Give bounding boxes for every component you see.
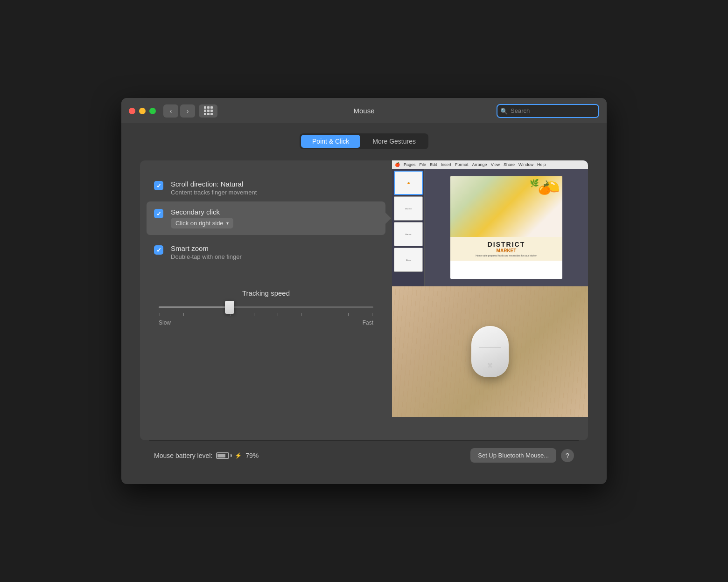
tick bbox=[278, 313, 278, 316]
battery-label: Mouse battery level: bbox=[154, 452, 212, 459]
menu-help: Help bbox=[537, 162, 546, 167]
secondary-click-checkbox[interactable]: ✓ bbox=[154, 209, 163, 218]
traffic-lights bbox=[129, 108, 156, 114]
menu-window: Window bbox=[518, 162, 533, 167]
bluetooth-setup-button[interactable]: Set Up Bluetooth Mouse... bbox=[470, 448, 556, 463]
scroll-direction-description: Content tracks finger movement bbox=[171, 189, 257, 196]
settings-panel: ✓ Scroll direction: Natural Content trac… bbox=[140, 160, 392, 440]
menu-apple: 🍎 bbox=[395, 162, 400, 167]
chevron-down-icon: ▾ bbox=[226, 221, 229, 226]
tick bbox=[183, 313, 184, 316]
page-thumb-content-2: District bbox=[394, 197, 422, 220]
tab-more-gestures[interactable]: More Gestures bbox=[361, 135, 427, 148]
page-thumb-2: District bbox=[394, 196, 423, 221]
smart-zoom-description: Double-tap with one finger bbox=[171, 253, 242, 260]
slider-thumb[interactable] bbox=[225, 301, 234, 314]
tick bbox=[207, 313, 207, 316]
dropdown-value: Click on right side bbox=[175, 220, 224, 227]
battery-fill bbox=[217, 454, 225, 457]
grid-view-button[interactable] bbox=[199, 104, 217, 118]
maximize-button[interactable] bbox=[149, 108, 156, 114]
tick bbox=[372, 313, 372, 316]
smart-zoom-checkbox[interactable]: ✓ bbox=[154, 245, 163, 255]
page-thumb-1: 🍊 bbox=[394, 171, 423, 195]
forward-button[interactable]: › bbox=[180, 104, 195, 118]
nav-buttons: ‹ › bbox=[163, 104, 217, 118]
slider-track bbox=[159, 306, 373, 308]
menu-insert: Insert bbox=[441, 162, 452, 167]
tab-point-click[interactable]: Point & Click bbox=[301, 135, 360, 148]
secondary-click-dropdown[interactable]: Click on right side ▾ bbox=[171, 218, 233, 229]
page-thumb-content-1: 🍊 bbox=[395, 172, 422, 194]
back-icon: ‹ bbox=[170, 107, 172, 115]
system-preferences-window: ‹ › Mouse 🔍 Point & Click More bbox=[121, 98, 607, 484]
doc-market: MARKET bbox=[454, 248, 559, 253]
slow-label: Slow bbox=[159, 319, 171, 326]
document-preview: 🍋 🍊 🌿 DISTRICT MARKET Home-style prepare… bbox=[450, 176, 562, 279]
tab-group: Point & Click More Gestures bbox=[300, 133, 428, 149]
secondary-click-label: Secondary click bbox=[171, 208, 233, 216]
footer-actions: Set Up Bluetooth Mouse... ? bbox=[470, 448, 574, 463]
battery-percent: 79% bbox=[245, 452, 259, 459]
smart-zoom-text: Smart zoom Double-tap with one finger bbox=[171, 244, 242, 260]
pages-app: 🍊 District Marke bbox=[392, 169, 588, 286]
footer: Mouse battery level: ⚡ 79% Set Up Blueto… bbox=[140, 441, 588, 470]
menu-file: File bbox=[420, 162, 427, 167]
tracking-speed-section: Tracking speed bbox=[154, 280, 378, 335]
secondary-click-text: Secondary click Click on right side ▾ bbox=[171, 208, 233, 229]
help-button[interactable]: ? bbox=[561, 449, 574, 462]
page-thumb-label: 🍊 bbox=[407, 181, 410, 184]
back-button[interactable]: ‹ bbox=[163, 104, 178, 118]
slider-labels: Slow Fast bbox=[159, 319, 373, 326]
preview-panel: 🍎 Pages File Edit Insert Format Arrange … bbox=[392, 160, 588, 440]
page-thumb-content-4: Menu bbox=[394, 248, 422, 271]
tick bbox=[348, 313, 349, 316]
leaf-emoji: 🌿 bbox=[530, 179, 539, 187]
page-content-2: District bbox=[405, 208, 412, 210]
search-container: 🔍 bbox=[497, 104, 599, 118]
scroll-direction-checkbox[interactable]: ✓ bbox=[154, 181, 163, 190]
menu-view: View bbox=[491, 162, 500, 167]
smart-zoom-label: Smart zoom bbox=[171, 244, 242, 252]
slider-fill bbox=[159, 306, 234, 308]
page-content-3: Market bbox=[406, 233, 412, 236]
menu-pages: Pages bbox=[404, 162, 416, 167]
smart-zoom-item: ✓ Smart zoom Double-tap with one finger bbox=[154, 239, 378, 266]
page-content-4: Menu bbox=[406, 259, 411, 261]
minimize-button[interactable] bbox=[139, 108, 146, 114]
checkmark-icon-2: ✓ bbox=[156, 210, 161, 217]
battery-tip bbox=[231, 454, 232, 457]
pages-main: 🍋 🍊 🌿 DISTRICT MARKET Home-style prepare… bbox=[425, 169, 588, 286]
orange-emoji: 🍊 bbox=[538, 183, 551, 195]
titlebar: ‹ › Mouse 🔍 bbox=[121, 98, 607, 124]
search-icon: 🔍 bbox=[500, 107, 508, 114]
scroll-direction-item: ✓ Scroll direction: Natural Content trac… bbox=[154, 174, 378, 201]
pages-sidebar: 🍊 District Marke bbox=[392, 169, 425, 286]
grid-icon bbox=[204, 106, 213, 115]
content-area: Point & Click More Gestures ✓ Scroll dir… bbox=[121, 124, 607, 484]
menu-format: Format bbox=[455, 162, 469, 167]
tracking-speed-slider-container: Slow Fast bbox=[154, 306, 378, 326]
magic-mouse: ⌘ bbox=[471, 326, 509, 377]
scroll-direction-text: Scroll direction: Natural Content tracks… bbox=[171, 180, 257, 196]
tracking-speed-title: Tracking speed bbox=[154, 289, 378, 297]
doc-title: DISTRICT bbox=[454, 241, 559, 248]
close-button[interactable] bbox=[129, 108, 135, 114]
doc-text-area: DISTRICT MARKET Home-style prepared food… bbox=[450, 237, 562, 261]
app-screenshot: 🍎 Pages File Edit Insert Format Arrange … bbox=[392, 160, 588, 286]
checkmark-icon: ✓ bbox=[156, 182, 161, 189]
tick bbox=[160, 313, 160, 316]
menu-edit: Edit bbox=[430, 162, 437, 167]
fast-label: Fast bbox=[363, 319, 373, 326]
scroll-direction-label: Scroll direction: Natural bbox=[171, 180, 257, 188]
battery-icon: ⚡ bbox=[216, 452, 242, 459]
slider-ticks bbox=[159, 313, 373, 316]
forward-icon: › bbox=[187, 107, 189, 115]
search-input[interactable] bbox=[497, 104, 599, 118]
mouse-photo: ⌘ bbox=[392, 286, 588, 417]
checkmark-icon-3: ✓ bbox=[156, 247, 161, 254]
mac-menubar: 🍎 Pages File Edit Insert Format Arrange … bbox=[392, 160, 588, 169]
battery-section: Mouse battery level: ⚡ 79% bbox=[154, 452, 259, 459]
page-thumb-3: Market bbox=[394, 222, 423, 246]
doc-subtitle: Home-style prepared foods and necessitie… bbox=[454, 254, 559, 257]
